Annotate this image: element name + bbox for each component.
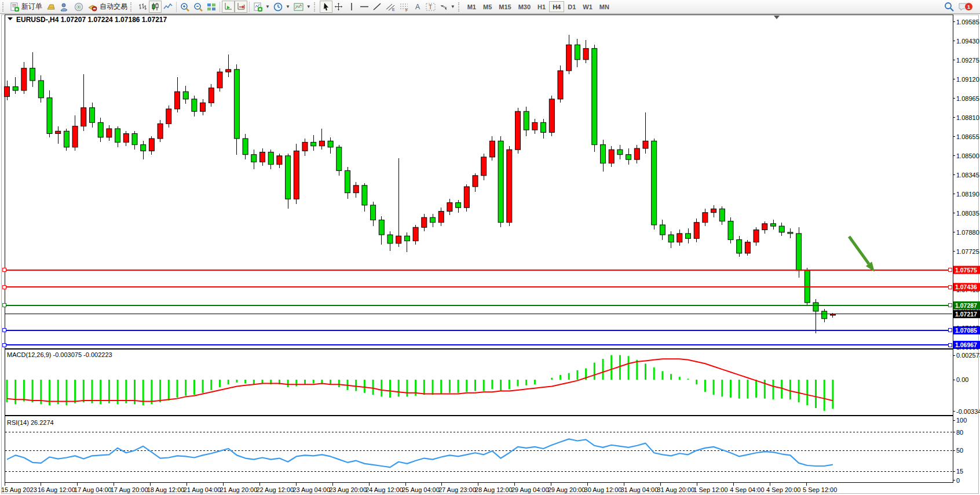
bull-candle (175, 92, 180, 109)
market-watch-icon (46, 2, 56, 12)
toolbar-grip[interactable] (130, 2, 134, 12)
bull-candle (643, 141, 648, 148)
toolbar-separator (220, 2, 220, 12)
timeframe-mn-button[interactable]: MN (596, 1, 613, 12)
dropdown-caret-icon: ▼ (306, 4, 311, 9)
bull-candle (200, 103, 206, 111)
dropdown-caret-icon: ▼ (451, 4, 455, 9)
line-handle[interactable] (948, 343, 952, 347)
rsi-axis-label: 15 (956, 468, 963, 475)
rsi-axis-label: 80 (956, 429, 963, 436)
bear-candle (13, 87, 18, 90)
search-button[interactable] (942, 1, 956, 13)
bear-candle (779, 226, 784, 232)
bear-candle (115, 129, 120, 142)
bear-candle (362, 185, 367, 205)
horizontal-line-button[interactable] (358, 1, 371, 13)
timeframe-h4-button[interactable]: H4 (549, 1, 564, 12)
navigator-icon (60, 2, 70, 12)
toolbar-grip[interactable] (2, 2, 6, 12)
price-axis-label: 1.08500 (956, 152, 979, 159)
bull-candle (123, 134, 129, 143)
autotrading-icon (87, 2, 98, 12)
tile-windows-button[interactable] (205, 1, 218, 13)
tester-icon (74, 2, 84, 12)
rsi-panel[interactable]: RSI(14) 26.2274 (5, 416, 953, 483)
fibonacci-button[interactable]: F (397, 1, 411, 13)
candlestick-chart-button[interactable] (149, 1, 162, 13)
navigator-button[interactable] (58, 1, 72, 13)
bear-candle (737, 240, 742, 253)
indicators-button[interactable]: ▼ (251, 1, 272, 13)
line-handle[interactable] (948, 285, 952, 289)
bear-candle (668, 235, 674, 242)
bull-candle (515, 111, 521, 150)
svg-text:A: A (415, 3, 420, 11)
timeframe-h1-button[interactable]: H1 (534, 1, 549, 12)
bear-candle (311, 142, 316, 145)
new-order-button[interactable]: 新订单 (8, 1, 44, 13)
timeframe-w1-button[interactable]: W1 (579, 1, 596, 12)
bear-candle (728, 221, 733, 240)
bull-candle (507, 150, 512, 223)
arrows-button[interactable]: ▼ (437, 1, 457, 13)
crosshair-button[interactable] (332, 1, 345, 13)
time-axis-label: 18 Aug 12:00 (147, 486, 185, 493)
line-handle[interactable] (2, 304, 6, 307)
notifications-button[interactable]: 1 (956, 1, 971, 13)
cursor-button[interactable] (320, 1, 332, 13)
toolbar-grip[interactable] (314, 2, 318, 12)
line-handle[interactable] (2, 285, 6, 289)
zoom-out-button[interactable] (192, 1, 205, 13)
time-axis-label: 23 Aug 20:00 (329, 486, 367, 493)
bull-candle (21, 68, 27, 90)
chart-canvas[interactable]: MACD(12,26,9) -0.003075 -0.002223RSI(14)… (0, 14, 980, 495)
macd-label: MACD(12,26,9) -0.003075 -0.002223 (7, 351, 112, 358)
chart-shift-button[interactable] (235, 1, 247, 13)
text-button[interactable]: A (411, 1, 424, 13)
autotrading-button[interactable]: 自动交易 (86, 1, 129, 13)
periods-clock-icon (273, 2, 283, 12)
auto-scroll-button[interactable] (222, 1, 235, 13)
bear-candle (771, 224, 776, 226)
bull-candle (745, 242, 750, 253)
bull-candle (158, 123, 163, 139)
bull-candle (209, 88, 214, 103)
bear-candle (617, 150, 623, 155)
toolbar-grip[interactable] (458, 2, 462, 12)
main-chart-panel[interactable] (2, 15, 953, 349)
line-handle[interactable] (2, 343, 6, 347)
trendline-button[interactable] (371, 1, 383, 13)
line-handle[interactable] (2, 268, 6, 272)
line-chart-button[interactable] (162, 1, 174, 13)
bull-candle (413, 227, 418, 241)
bear-candle (404, 236, 409, 241)
timeframe-m15-button[interactable]: M15 (495, 1, 514, 12)
periods-button[interactable]: ▼ (272, 1, 292, 13)
timeframe-m5-button[interactable]: M5 (480, 1, 495, 12)
bear-candle (822, 311, 827, 319)
bear-candle (38, 81, 43, 98)
time-axis-label: 17 Aug 04:00 (74, 486, 112, 493)
line-handle[interactable] (948, 304, 952, 307)
time-axis-label: 28 Aug 12:00 (475, 486, 513, 493)
macd-panel[interactable]: MACD(12,26,9) -0.003075 -0.002223 (5, 350, 953, 416)
line-handle[interactable] (948, 268, 952, 272)
line-handle[interactable] (2, 329, 6, 332)
line-handle[interactable] (948, 329, 952, 332)
bull-candle (532, 122, 537, 130)
time-axis-label: 29 Aug 04:00 (511, 486, 549, 493)
templates-button[interactable]: ▼ (292, 1, 313, 13)
equidistant-channel-button[interactable]: E (383, 1, 397, 13)
timeframe-m30-button[interactable]: M30 (515, 1, 534, 12)
text-label-button[interactable]: T (424, 1, 437, 13)
timeframe-d1-button[interactable]: D1 (564, 1, 579, 12)
price-tag-label: 1.07287 (955, 302, 977, 309)
bar-chart-button[interactable] (136, 1, 149, 13)
strategy-tester-button[interactable] (72, 1, 86, 13)
market-watch-button[interactable] (44, 1, 58, 13)
zoom-in-button[interactable] (178, 1, 192, 13)
timeframe-m1-button[interactable]: M1 (464, 1, 480, 12)
bear-candle (719, 209, 725, 221)
vertical-line-button[interactable] (345, 1, 358, 13)
